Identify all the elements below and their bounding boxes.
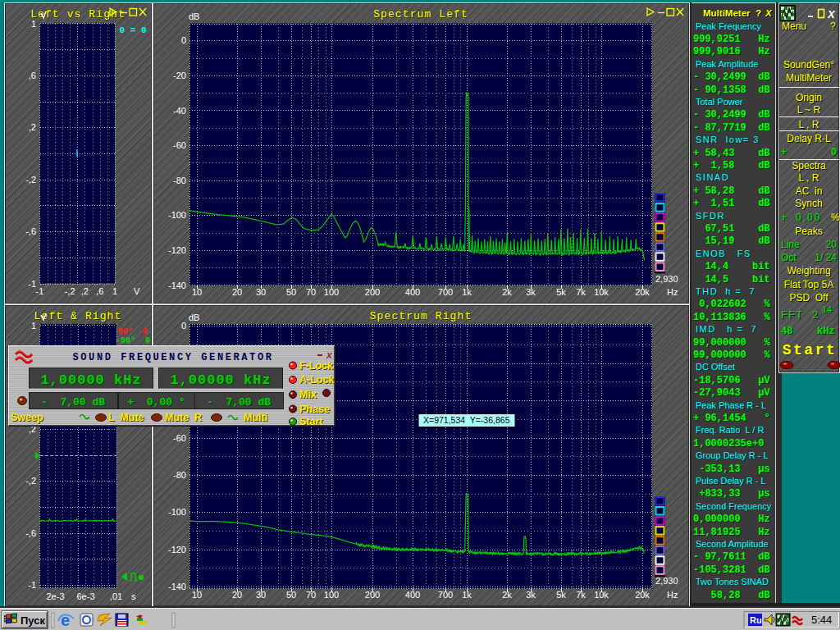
svg-text:1k: 1k [462,590,472,600]
svg-text:3k: 3k [526,287,536,297]
svg-text:Пуск: Пуск [21,614,45,627]
svg-text:20: 20 [232,590,242,600]
svg-text:THD h = 7: THD h = 7 [696,286,756,296]
svg-text:Delay R-L: Delay R-L [787,133,831,144]
svg-text:0: 0 [831,146,837,158]
svg-text:1,00000 kHz: 1,00000 kHz [40,372,141,388]
svg-text:,6: ,6 [96,286,103,296]
svg-text:-18,5706 µV: -18,5706 µV [693,375,770,386]
svg-text:Spectrum Left: Spectrum Left [373,8,468,21]
svg-text:Mix: Mix [299,389,317,400]
svg-text:700: 700 [438,287,453,297]
svg-text:20k: 20k [635,590,650,600]
svg-text:-1: -1 [28,580,36,590]
svg-text:,01: ,01 [110,591,122,601]
svg-text:70: 70 [306,590,316,600]
svg-text:Second Frequency: Second Frequency [696,501,772,511]
svg-text:- 90,1358 dB: - 90,1358 dB [693,84,770,96]
svg-text:Total Power: Total Power [696,97,743,107]
svg-text:0 = 0: 0 = 0 [119,25,146,35]
svg-text:Peak Phase R - L: Peak Phase R - L [696,400,766,410]
svg-text:0: 0 [181,321,186,331]
svg-text:?: ? [830,21,836,32]
svg-text:?: ? [756,8,761,18]
svg-text:999,9251 Hz: 999,9251 Hz [693,34,770,45]
svg-text:-50° 0: -50° 0 [116,336,150,345]
svg-text:Second Amplitude: Second Amplitude [696,539,769,549]
svg-text:Start: Start [299,416,323,427]
svg-text:+ 1,58 dB: + 1,58 dB [693,160,770,171]
svg-text:- 97,7611 dB: - 97,7611 dB [693,551,770,563]
svg-text:70: 70 [306,287,316,297]
svg-text:-27,9043 µV: -27,9043 µV [693,387,770,399]
svg-text:-,2: -,2 [25,476,36,486]
svg-text:10: 10 [192,287,202,297]
svg-text:Start: Start [783,342,838,358]
svg-text:0: 0 [181,35,186,45]
svg-text:Hz: Hz [667,287,678,297]
svg-text:50: 50 [286,287,296,297]
svg-text:-80: -80 [173,470,186,480]
svg-text:-,6: -,6 [25,528,36,538]
svg-text:1: 1 [112,286,117,296]
svg-text:99,000000 %: 99,000000 % [693,349,770,361]
svg-text:-140: -140 [168,582,186,591]
svg-text:F-Lock: F-Lock [299,360,333,372]
svg-text:Menu: Menu [782,21,806,32]
svg-text:10: 10 [192,590,202,600]
svg-text:2e-3: 2e-3 [46,591,64,601]
svg-text:400: 400 [405,590,420,600]
svg-text:X: X [827,8,836,21]
svg-text:-20: -20 [173,71,186,80]
svg-text:-100: -100 [168,210,186,220]
svg-text:999,9016 Hz: 999,9016 Hz [693,46,770,57]
svg-text:+: + [781,212,787,223]
svg-text:+ 58,43 dB: + 58,43 dB [693,148,770,159]
svg-text:200: 200 [365,590,380,600]
svg-text:10k: 10k [594,590,609,600]
svg-text:50° 0: 50° 0 [118,327,148,336]
svg-text:X: X [765,8,773,18]
svg-text:58,28 dB: 58,28 dB [693,590,770,601]
svg-text:FFT: FFT [781,308,803,321]
svg-text:PSD Off: PSD Off [789,292,829,304]
svg-text:400: 400 [405,287,420,297]
svg-text:-100: -100 [168,507,186,517]
svg-text:SOUND FREQUENCY GENERATOR: SOUND FREQUENCY GENERATOR [72,352,273,363]
svg-text:MultiMeter: MultiMeter [703,8,751,18]
svg-text:- 7,00 dB: - 7,00 dB [41,396,105,409]
svg-text:Two Tones SINAD: Two Tones SINAD [696,577,769,587]
svg-text:kHz: kHz [817,326,835,337]
svg-text:L , R: L , R [799,119,819,130]
svg-text:67,51 dB: 67,51 dB [693,223,770,235]
svg-text:-1: -1 [28,279,36,289]
svg-text:10k: 10k [594,287,609,297]
svg-text:5k: 5k [556,287,566,297]
svg-text:%: % [831,212,840,223]
svg-text:V: V [134,286,140,296]
svg-text:-120: -120 [168,245,186,255]
svg-text:20k: 20k [635,287,650,297]
svg-text:SoundGen°: SoundGen° [783,59,834,71]
svg-text:- 87,7719 dB: - 87,7719 dB [693,122,770,134]
svg-text:Synch: Synch [795,198,822,209]
svg-text:Hz: Hz [667,590,678,600]
svg-text:2: 2 [812,308,818,321]
svg-text:1/ 24: 1/ 24 [815,252,837,263]
svg-text:Spectra: Spectra [792,160,826,171]
svg-text:-60: -60 [173,433,186,443]
svg-text:0,000000 Hz: 0,000000 Hz [693,514,770,525]
svg-text:Left & Right: Left & Right [34,310,122,322]
svg-text:-353,13 µs: -353,13 µs [693,463,770,475]
svg-text:7k: 7k [576,287,586,297]
svg-text:-80: -80 [173,176,186,185]
svg-text:2,930: 2,930 [655,576,678,586]
svg-text:SFDR: SFDR [696,211,725,221]
svg-text:15,19 dB: 15,19 dB [693,235,770,247]
svg-text:1: 1 [31,321,36,331]
svg-text:11,81925 Hz: 11,81925 Hz [693,527,770,538]
svg-text:,6: ,6 [29,71,36,80]
svg-text:Line: Line [781,239,800,250]
svg-text:X=971,534 Y=-36,865: X=971,534 Y=-36,865 [423,415,510,425]
svg-text:L Mute: L Mute [108,412,144,423]
